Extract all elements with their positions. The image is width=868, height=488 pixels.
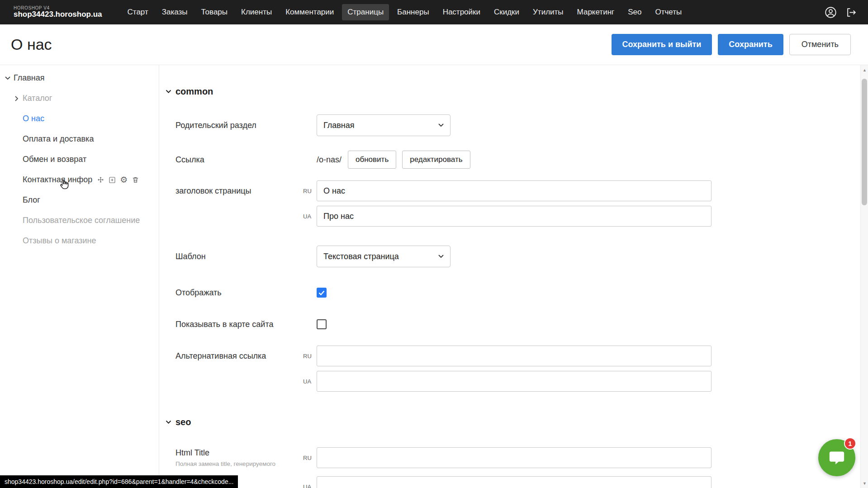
status-url-tooltip: shop34423.horoshop.ua/edit/edit.php?id=6… <box>0 475 238 488</box>
alt-link-ru-input[interactable] <box>317 346 711 366</box>
nav-start[interactable]: Старт <box>122 4 154 20</box>
chat-bubble-icon <box>828 449 845 466</box>
tree-item-label: Контактная инфор <box>23 175 92 185</box>
section-common-header[interactable]: common <box>166 86 868 97</box>
sidebar-item-soglashenie[interactable]: Пользовательское соглашение <box>0 210 159 231</box>
chat-widget-button[interactable]: 1 <box>818 439 855 476</box>
html-title-hint: Полная замена title, генерируемого <box>175 460 303 467</box>
tree-item-label: Оплата и доставка <box>23 134 94 144</box>
page-title-label: заголовок страницы <box>175 186 303 196</box>
section-seo-header[interactable]: seo <box>166 417 868 427</box>
scroll-up-arrow-icon[interactable]: ▲ <box>861 66 868 74</box>
field-link: Ссылка /o-nas/ обновить редактировать <box>175 151 868 169</box>
settings-gear-icon[interactable]: ⚙ <box>120 175 128 184</box>
tree-item-label: Отзывы о магазине <box>23 236 96 246</box>
nav-products[interactable]: Товары <box>196 4 233 20</box>
link-label: Ссылка <box>175 155 303 165</box>
sidebar-item-o-nas[interactable]: О нас <box>0 109 159 129</box>
vertical-scrollbar[interactable]: ▲ ▼ <box>860 65 868 488</box>
lang-tag-ru: RU <box>303 353 317 360</box>
nav-orders[interactable]: Заказы <box>157 4 193 20</box>
move-icon[interactable] <box>97 176 104 184</box>
tree-item-label: О нас <box>23 114 44 123</box>
page-title-ru-input[interactable] <box>317 180 711 201</box>
chevron-down-icon[interactable] <box>5 76 11 80</box>
chevron-down-icon <box>166 90 171 94</box>
display-checkbox[interactable] <box>317 288 327 298</box>
select-value: Главная <box>323 121 355 130</box>
nav-comments[interactable]: Комментарии <box>280 4 339 20</box>
display-label: Отображать <box>175 288 303 298</box>
page-title: О нас <box>11 36 52 53</box>
page-edit-form: common Родительский раздел Главная Ссылк… <box>159 65 868 488</box>
field-parent-section: Родительский раздел Главная <box>175 114 868 136</box>
sitemap-checkbox[interactable] <box>317 319 327 329</box>
scroll-down-arrow-icon[interactable]: ▼ <box>861 479 868 487</box>
app-logo[interactable]: HOROSHOP V4 shop34423.horoshop.ua <box>14 5 102 19</box>
parent-section-select[interactable]: Главная <box>317 114 451 136</box>
field-template: Шаблон Текстовая страница <box>175 246 868 267</box>
nav-banners[interactable]: Баннеры <box>392 4 435 20</box>
html-title-ru-input[interactable] <box>317 447 711 468</box>
html-title-ua-input[interactable] <box>317 476 711 488</box>
field-sitemap: Показывать в карте сайта <box>175 319 868 329</box>
nav-marketing[interactable]: Маркетинг <box>572 4 620 20</box>
topbar: HOROSHOP V4 shop34423.horoshop.ua Старт … <box>0 0 868 24</box>
sidebar-item-obmen[interactable]: Обмен и возврат <box>0 149 159 170</box>
logout-icon[interactable] <box>846 7 857 18</box>
top-navigation: Старт Заказы Товары Клиенты Комментарии … <box>122 4 688 20</box>
tree-item-label: Главная <box>14 73 45 83</box>
chat-unread-badge: 1 <box>844 437 856 450</box>
sidebar-item-glavnaya[interactable]: Главная <box>0 68 159 88</box>
field-alt-link-ua: UA <box>175 371 868 392</box>
user-account-icon[interactable] <box>825 6 837 19</box>
nav-pages[interactable]: Страницы <box>342 4 389 20</box>
alt-link-ua-input[interactable] <box>317 371 711 392</box>
lang-tag-ua: UA <box>303 483 317 488</box>
chevron-down-icon <box>438 123 444 127</box>
tree-item-label: Каталог <box>23 94 52 103</box>
chevron-down-icon <box>438 255 444 258</box>
page-title-ua-input[interactable] <box>317 206 711 227</box>
field-page-title-ua: UA <box>175 206 868 227</box>
nav-utilities[interactable]: Утилиты <box>527 4 569 20</box>
template-select[interactable]: Текстовая страница <box>317 246 451 267</box>
section-common-title: common <box>175 86 213 97</box>
sitemap-label: Показывать в карте сайта <box>175 320 303 329</box>
chevron-right-icon[interactable] <box>14 96 20 101</box>
save-and-exit-button[interactable]: Сохранить и выйти <box>612 34 712 55</box>
chevron-down-icon <box>166 420 171 424</box>
nav-settings[interactable]: Настройки <box>437 4 486 20</box>
field-display: Отображать <box>175 288 868 298</box>
nav-discounts[interactable]: Скидки <box>489 4 525 20</box>
sidebar-item-katalog[interactable]: Каталог <box>0 88 159 109</box>
sidebar-item-kontaktnaya[interactable]: Контактная инфор ⚙ <box>0 170 159 190</box>
link-path-value: /o-nas/ <box>317 155 342 165</box>
tree-item-label: Пользовательское соглашение <box>23 216 140 225</box>
delete-trash-icon[interactable] <box>132 176 139 184</box>
cancel-button[interactable]: Отменить <box>789 34 851 55</box>
alt-link-label: Альтернативная ссылка <box>175 351 303 361</box>
section-seo-title: seo <box>175 417 191 427</box>
lang-tag-ua: UA <box>303 213 317 220</box>
content-layout: Главная Каталог О нас Оплата и доставка … <box>0 65 868 488</box>
tree-item-label: Обмен и возврат <box>23 155 86 164</box>
lang-tag-ru: RU <box>303 188 317 194</box>
logo-domain-label: shop34423.horoshop.ua <box>14 10 102 19</box>
nav-clients[interactable]: Клиенты <box>236 4 277 20</box>
tree-item-label: Блог <box>23 195 40 205</box>
link-edit-button[interactable]: редактировать <box>402 151 470 169</box>
save-button[interactable]: Сохранить <box>718 34 783 55</box>
sidebar-item-oplata[interactable]: Оплата и доставка <box>0 129 159 149</box>
scrollbar-thumb[interactable] <box>862 79 867 205</box>
pages-tree-sidebar: Главная Каталог О нас Оплата и доставка … <box>0 65 159 488</box>
add-page-icon[interactable] <box>109 176 116 184</box>
page-header: О нас Сохранить и выйти Сохранить Отмени… <box>0 24 868 65</box>
field-page-title-ru: заголовок страницы RU <box>175 180 868 201</box>
sidebar-item-blog[interactable]: Блог <box>0 190 159 210</box>
sidebar-item-otzyvy[interactable]: Отзывы о магазине <box>0 231 159 251</box>
nav-reports[interactable]: Отчеты <box>650 4 687 20</box>
link-update-button[interactable]: обновить <box>348 151 396 169</box>
nav-seo[interactable]: Seo <box>622 4 647 20</box>
html-title-label: Html Title <box>175 448 303 458</box>
